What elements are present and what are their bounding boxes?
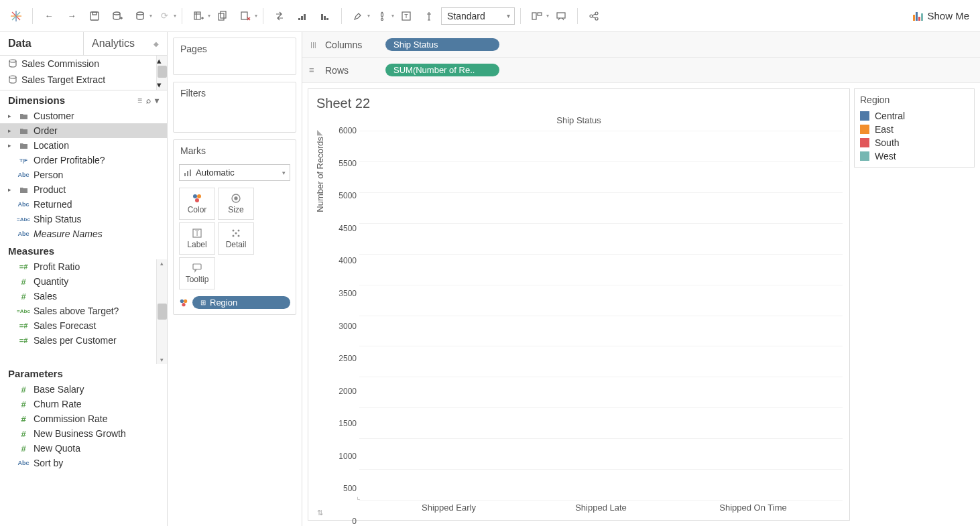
dropdown-arrow-icon[interactable]: ▾ xyxy=(546,13,549,19)
expand-icon[interactable]: ▸ xyxy=(8,142,13,149)
group-icon[interactable] xyxy=(371,5,393,27)
expand-icon[interactable]: ▸ xyxy=(8,113,13,119)
scroll-up-icon[interactable]: ▴ xyxy=(157,56,167,66)
field-item[interactable]: T|FOrder Profitable? xyxy=(0,153,167,168)
field-item[interactable]: =#Profit Ratio xyxy=(0,259,167,274)
field-item[interactable]: =#Sales Forecast xyxy=(0,318,167,333)
dimensions-header: Dimensions ≡ ⌕ ▾ xyxy=(0,90,167,109)
svg-point-26 xyxy=(381,18,383,20)
dropdown-arrow-icon[interactable]: ▾ xyxy=(367,13,370,19)
field-item[interactable]: AbcSort by xyxy=(0,456,167,470)
field-item[interactable]: =AbcShip Status xyxy=(0,212,167,226)
sort-asc-icon[interactable] xyxy=(292,5,313,27)
refresh-icon[interactable]: ⟳ xyxy=(154,5,175,27)
back-icon[interactable]: ← xyxy=(38,5,60,27)
new-datasource-icon[interactable] xyxy=(107,5,128,27)
dropdown-arrow-icon[interactable]: ▾ xyxy=(149,13,152,19)
y-tick-label: 6000 xyxy=(327,126,357,135)
presentation-icon[interactable] xyxy=(550,5,572,27)
auto-update-icon[interactable] xyxy=(129,5,151,27)
field-item[interactable]: #Sales xyxy=(0,289,167,304)
tab-analytics[interactable]: Analytics◆ xyxy=(83,32,167,55)
pages-shelf[interactable]: Pages xyxy=(173,38,296,75)
field-item[interactable]: AbcPerson xyxy=(0,168,167,182)
data-source-item[interactable]: Sales Target Extract xyxy=(0,72,167,88)
pin-icon[interactable] xyxy=(418,5,440,27)
measures-scrollbar[interactable]: ▴ ▾ xyxy=(156,259,167,364)
dropdown-arrow-icon[interactable]: ▾ xyxy=(174,13,176,19)
scroll-up-icon[interactable]: ▴ xyxy=(157,259,167,267)
legend-item[interactable]: East xyxy=(860,123,969,136)
field-item[interactable]: #Base Salary xyxy=(0,382,167,397)
scroll-down-icon[interactable]: ▾ xyxy=(157,80,167,90)
field-item[interactable]: #Quantity xyxy=(0,274,167,289)
tableau-logo-icon[interactable] xyxy=(5,5,27,27)
marks-tooltip-button[interactable]: Tooltip xyxy=(179,257,215,289)
field-item[interactable]: =#Sales per Customer xyxy=(0,333,167,348)
x-tick-label: Shipped Early xyxy=(410,503,489,517)
view-list-icon[interactable]: ≡ xyxy=(137,96,142,105)
expand-icon[interactable]: ▸ xyxy=(8,127,13,134)
tab-data[interactable]: Data xyxy=(0,32,83,55)
dropdown-arrow-icon[interactable]: ▾ xyxy=(208,13,210,19)
new-worksheet-icon[interactable] xyxy=(188,5,209,27)
search-icon[interactable]: ⌕ xyxy=(146,96,151,105)
highlight-icon[interactable] xyxy=(347,5,369,27)
field-item[interactable]: #Churn Rate xyxy=(0,397,167,411)
columns-shelf[interactable]: ⫼ Columns Ship Status xyxy=(302,32,980,58)
field-item[interactable]: #Commission Rate xyxy=(0,411,167,426)
expand-icon[interactable]: ▸ xyxy=(8,186,13,193)
field-item[interactable]: ▸Product xyxy=(0,182,167,197)
rows-pill[interactable]: SUM(Number of Re.. xyxy=(385,64,499,76)
svg-point-48 xyxy=(193,194,197,198)
color-pill-region[interactable]: ⊞Region xyxy=(192,296,290,309)
field-item[interactable]: ▸Customer xyxy=(0,109,167,123)
forward-icon[interactable]: → xyxy=(61,5,82,27)
svg-rect-4 xyxy=(90,12,99,20)
dropdown-arrow-icon[interactable]: ▾ xyxy=(255,13,257,19)
sort-desc-icon[interactable] xyxy=(314,5,336,27)
clear-sheet-icon[interactable] xyxy=(235,5,256,27)
parameters-list: #Base Salary#Churn Rate#Commission Rate#… xyxy=(0,382,167,526)
field-item[interactable]: ▸Location xyxy=(0,138,167,153)
field-item[interactable]: #New Business Growth xyxy=(0,426,167,441)
marks-color-button[interactable]: Color xyxy=(179,188,215,220)
save-icon[interactable] xyxy=(84,5,105,27)
svg-point-63 xyxy=(182,303,185,306)
swap-icon[interactable] xyxy=(269,5,290,27)
y-tick-label: 3000 xyxy=(327,322,357,331)
share-icon[interactable] xyxy=(583,5,605,27)
rows-shelf[interactable]: ≡ Rows SUM(Number of Re.. xyxy=(302,58,980,83)
menu-icon[interactable]: ▾ xyxy=(155,96,159,105)
labels-icon[interactable]: T xyxy=(395,5,417,27)
color-icon xyxy=(192,193,202,204)
field-item[interactable]: #New Quota xyxy=(0,441,167,456)
sheet-title[interactable]: Sheet 22 xyxy=(315,94,843,115)
legend-item[interactable]: Central xyxy=(860,109,969,123)
field-item[interactable]: AbcReturned xyxy=(0,197,167,212)
data-sources-scrollbar[interactable]: ▴ ▾ xyxy=(156,56,167,90)
legend-item[interactable]: South xyxy=(860,136,969,149)
marks-size-button[interactable]: Size xyxy=(218,188,254,220)
mark-type-select[interactable]: Automatic xyxy=(179,164,290,181)
columns-pill[interactable]: Ship Status xyxy=(385,38,499,51)
axis-sort-icon[interactable]: ◣ xyxy=(317,128,322,137)
data-source-item[interactable]: Sales Commission xyxy=(0,56,167,72)
field-item[interactable]: =AbcSales above Target? xyxy=(0,304,167,318)
fit-select[interactable]: Standard xyxy=(441,7,515,25)
show-cards-icon[interactable] xyxy=(526,5,548,27)
field-item[interactable]: AbcMeasure Names xyxy=(0,226,167,241)
dropdown-arrow-icon[interactable]: ▾ xyxy=(391,13,394,19)
field-item[interactable]: ▸Order xyxy=(0,123,167,138)
marks-detail-button[interactable]: Detail xyxy=(218,222,254,255)
data-sidebar: Data Analytics◆ Sales Commission Sales T… xyxy=(0,32,168,526)
show-me-button[interactable]: Show Me xyxy=(907,7,975,24)
duplicate-sheet-icon[interactable] xyxy=(212,5,233,27)
filters-shelf[interactable]: Filters xyxy=(173,82,296,133)
x-tick-label: Shipped Late xyxy=(562,503,641,517)
legend-item[interactable]: West xyxy=(860,149,969,163)
svg-rect-60 xyxy=(193,264,201,269)
scroll-down-icon[interactable]: ▾ xyxy=(157,356,167,364)
marks-label-button[interactable]: TLabel xyxy=(179,222,215,255)
axis-sort-icon[interactable]: ⇅ xyxy=(317,509,323,517)
